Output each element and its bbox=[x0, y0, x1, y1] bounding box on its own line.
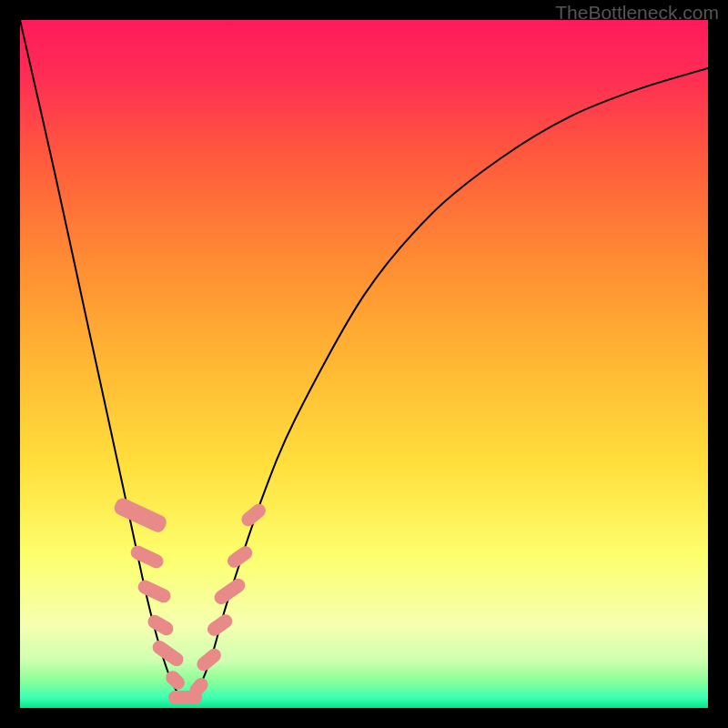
chart-container bbox=[20, 20, 708, 708]
curve-marker bbox=[225, 543, 255, 571]
curve-marker bbox=[163, 668, 187, 693]
curve-markers bbox=[20, 20, 708, 708]
curve-marker bbox=[129, 543, 167, 571]
curve-marker bbox=[136, 578, 173, 605]
curve-marker bbox=[212, 575, 248, 606]
curve-marker bbox=[112, 496, 169, 535]
curve-marker bbox=[194, 646, 224, 674]
curve-marker bbox=[239, 501, 269, 530]
watermark-text: TheBottleneck.com bbox=[555, 2, 719, 24]
curve-marker bbox=[205, 612, 235, 639]
curve-marker bbox=[150, 637, 187, 668]
curve-marker bbox=[146, 612, 177, 638]
